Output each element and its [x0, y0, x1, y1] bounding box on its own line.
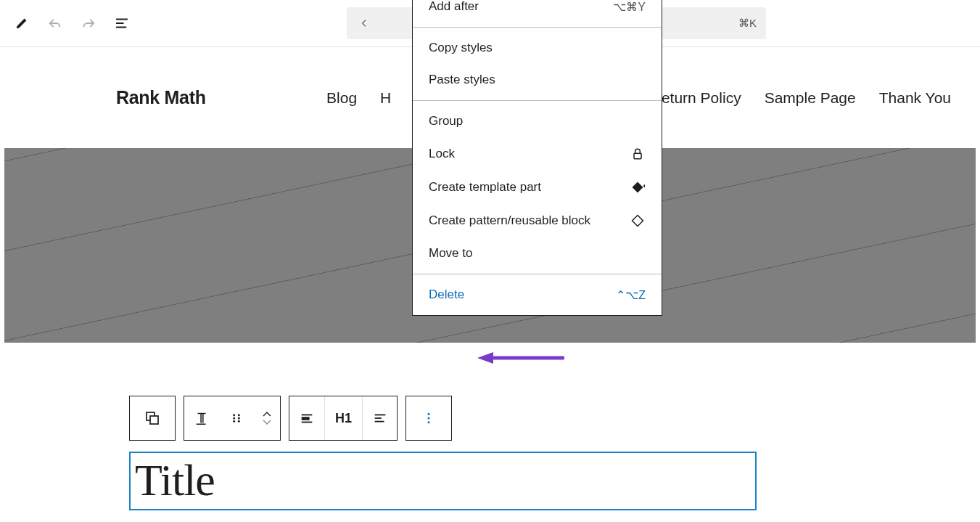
menu-lock[interactable]: Lock: [413, 137, 662, 171]
template-part-icon: [630, 179, 646, 195]
menu-move-to[interactable]: Move to: [413, 237, 662, 269]
menu-create-pattern[interactable]: Create pattern/reusable block: [413, 204, 662, 237]
site-title[interactable]: Rank Math: [116, 87, 206, 108]
menu-label: Create pattern/reusable block: [429, 213, 590, 228]
reusable-block-icon: [630, 213, 646, 229]
nav-item[interactable]: H: [380, 89, 391, 107]
nav-item[interactable]: Blog: [326, 89, 357, 107]
command-palette-shortcut[interactable]: ⌘K: [730, 17, 766, 30]
chevron-left-icon[interactable]: [347, 7, 382, 39]
menu-shortcut: ⌥⌘Y: [613, 0, 646, 14]
menu-label: Move to: [429, 246, 472, 261]
nav-item[interactable]: Sample Page: [765, 89, 856, 107]
menu-delete[interactable]: Delete ⌃⌥Z: [413, 279, 662, 311]
menu-label: Delete: [429, 287, 464, 302]
svg-rect-0: [634, 153, 641, 159]
list-view-icon[interactable]: [113, 15, 131, 32]
lock-icon: [630, 146, 646, 162]
block-options-dropdown: Add after ⌥⌘Y Copy styles Paste styles G…: [412, 0, 662, 316]
menu-shortcut: ⌃⌥Z: [616, 288, 646, 302]
menu-group[interactable]: Group: [413, 105, 662, 137]
menu-label: Group: [429, 114, 463, 129]
nav-item[interactable]: Thank You: [879, 89, 951, 107]
menu-label: Paste styles: [429, 73, 495, 87]
edit-icon[interactable]: [13, 15, 30, 32]
menu-label: Copy styles: [429, 41, 493, 55]
undo-icon[interactable]: [46, 15, 64, 32]
svg-rect-1: [643, 180, 645, 192]
redo-icon[interactable]: [80, 15, 97, 32]
menu-label: Add after: [429, 0, 479, 14]
menu-label: Create template part: [429, 180, 541, 195]
menu-create-template-part[interactable]: Create template part: [413, 171, 662, 204]
menu-add-after[interactable]: Add after ⌥⌘Y: [413, 0, 662, 23]
menu-copy-styles[interactable]: Copy styles: [413, 32, 662, 64]
menu-label: Lock: [429, 147, 455, 161]
menu-paste-styles[interactable]: Paste styles: [413, 64, 662, 96]
editor-left-tools: [13, 15, 131, 32]
